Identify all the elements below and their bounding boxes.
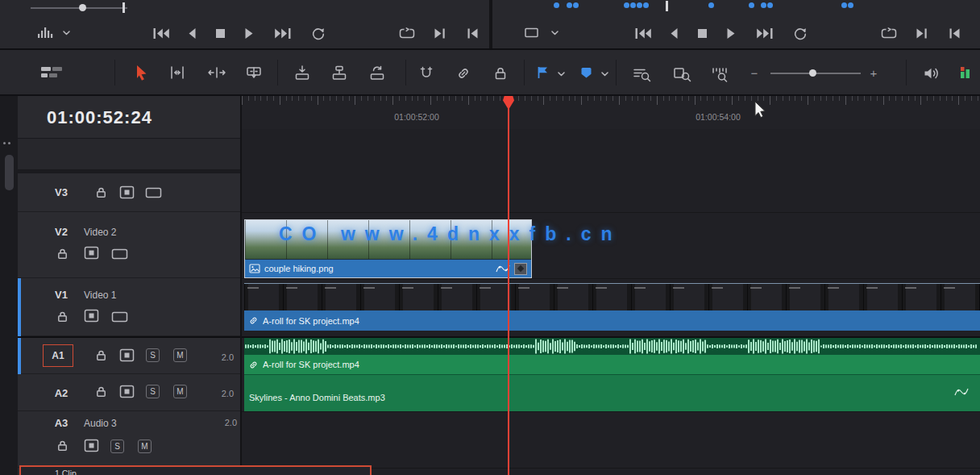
source-marker-dot[interactable] <box>708 2 714 8</box>
viewer-zoom-slider-handle[interactable] <box>122 2 125 13</box>
audio-levels-dropdown[interactable] <box>61 30 71 36</box>
source-marker-dot[interactable] <box>637 2 642 8</box>
solo-button[interactable]: S <box>146 348 160 362</box>
tl-go-to-start-button[interactable] <box>466 27 480 40</box>
position-lock-button[interactable] <box>492 65 509 81</box>
track-scrollbar[interactable] <box>5 155 14 190</box>
source-marker-dot[interactable] <box>848 2 853 8</box>
timeline-ruler[interactable] <box>242 96 980 129</box>
tl-go-last-button[interactable] <box>273 27 293 40</box>
flag-dropdown[interactable] <box>556 71 566 77</box>
destination-bar-a1[interactable] <box>18 338 21 374</box>
source-marker-dot[interactable] <box>554 2 559 8</box>
src-go-last-button[interactable] <box>755 27 774 40</box>
auto-select-button[interactable] <box>118 384 135 398</box>
lock-track-button[interactable] <box>94 385 107 398</box>
source-marker-strip[interactable] <box>492 0 980 13</box>
track-level: 2.0 <box>211 418 237 427</box>
source-marker-dot[interactable] <box>761 2 766 8</box>
replace-clip-button[interactable] <box>368 65 386 81</box>
tl-play-button[interactable] <box>243 27 255 40</box>
track-a1-focus-box[interactable]: A1 <box>43 344 73 367</box>
solo-button[interactable]: S <box>110 440 124 453</box>
source-marker-dot[interactable] <box>767 2 773 8</box>
track-header-v1[interactable] <box>18 278 242 336</box>
flag-button[interactable] <box>535 65 550 81</box>
destination-bar-v1[interactable] <box>18 278 21 336</box>
zoom-in-button[interactable]: + <box>867 66 880 80</box>
audio-levels-button[interactable] <box>35 25 56 40</box>
tl-loop-playback-button[interactable] <box>398 27 416 40</box>
clip-aroll-video[interactable]: A-roll for SK project.mp4 <box>244 283 980 331</box>
snapping-button[interactable] <box>417 65 435 81</box>
clip-aroll-audio[interactable]: A-roll for SK project.mp4 <box>244 338 980 374</box>
auto-select-button[interactable] <box>118 348 135 362</box>
track-enable-button[interactable] <box>110 248 128 260</box>
source-marker-dot[interactable] <box>573 2 579 8</box>
tl-stop-button[interactable] <box>214 27 226 39</box>
playhead-line[interactable] <box>508 96 509 475</box>
marker-dropdown[interactable] <box>600 71 609 77</box>
crop-tool-button[interactable] <box>522 25 540 40</box>
mixer-meters-button[interactable] <box>959 65 971 81</box>
zoom-slider-handle[interactable] <box>809 69 816 77</box>
keyframe-button[interactable] <box>514 263 527 275</box>
full-extent-zoom-button[interactable] <box>632 65 653 82</box>
tl-go-first-button[interactable] <box>152 27 171 40</box>
solo-button[interactable]: S <box>146 385 160 398</box>
lock-track-button[interactable] <box>56 439 69 452</box>
source-marker-dot[interactable] <box>624 2 629 8</box>
src-stop-button[interactable] <box>696 27 708 39</box>
tl-play-to-end-button[interactable] <box>433 27 446 40</box>
razor-edit-button[interactable] <box>244 65 264 80</box>
timeline-view-options-button[interactable] <box>39 64 64 81</box>
source-marker-dot[interactable] <box>841 2 847 8</box>
src-loop-button[interactable] <box>791 26 808 40</box>
viewer-zoom-slider-dot[interactable] <box>79 4 86 11</box>
lock-track-button[interactable] <box>56 310 69 323</box>
source-playhead-handle[interactable] <box>666 1 668 11</box>
auto-select-button[interactable] <box>118 185 135 199</box>
lock-track-button[interactable] <box>94 185 107 198</box>
auto-select-button[interactable] <box>83 308 99 323</box>
marker-button[interactable] <box>579 65 594 81</box>
custom-zoom-button[interactable] <box>711 65 732 82</box>
source-marker-dot[interactable] <box>630 2 636 8</box>
selection-pointer-button[interactable] <box>134 64 150 81</box>
track-enable-button[interactable] <box>144 186 162 198</box>
audio-monitor-button[interactable] <box>922 65 941 81</box>
tl-step-back-button[interactable] <box>187 27 197 40</box>
mute-button[interactable]: M <box>173 385 187 398</box>
mute-button[interactable]: M <box>173 348 187 362</box>
source-marker-dot[interactable] <box>567 2 572 8</box>
crop-tool-dropdown[interactable] <box>550 30 559 36</box>
curve-icon[interactable] <box>954 388 969 397</box>
dynamic-trim-button[interactable] <box>206 66 227 79</box>
link-clips-button[interactable] <box>455 65 472 81</box>
zoom-out-button[interactable]: − <box>748 66 761 80</box>
insert-clip-button[interactable] <box>293 65 311 81</box>
detail-zoom-icon <box>673 66 692 82</box>
keyframe-diamond-icon <box>517 265 524 272</box>
src-loop-playback-button[interactable] <box>880 27 898 40</box>
trim-edit-mode-button[interactable] <box>168 65 187 80</box>
src-step-back-button[interactable] <box>669 27 679 40</box>
src-go-first-button[interactable] <box>633 27 653 40</box>
src-play-to-end-button[interactable] <box>915 27 928 40</box>
lock-track-button[interactable] <box>94 348 107 361</box>
overwrite-clip-button[interactable] <box>330 65 348 81</box>
lock-track-button[interactable] <box>56 247 69 260</box>
track-header-v2[interactable] <box>18 212 242 278</box>
tl-loop-button[interactable] <box>309 26 326 40</box>
src-go-to-start-button[interactable] <box>948 27 961 40</box>
mute-button[interactable]: M <box>138 440 152 453</box>
source-marker-dot[interactable] <box>749 2 754 8</box>
speaker-icon <box>923 66 941 81</box>
track-enable-button[interactable] <box>110 310 128 323</box>
src-play-button[interactable] <box>725 27 737 40</box>
clip-skylines-music[interactable]: Skylines - Anno Domini Beats.mp3 <box>244 374 980 411</box>
auto-select-button[interactable] <box>83 245 99 260</box>
source-marker-dot[interactable] <box>643 2 649 8</box>
auto-select-button[interactable] <box>83 438 99 452</box>
detail-zoom-button[interactable] <box>672 65 693 82</box>
